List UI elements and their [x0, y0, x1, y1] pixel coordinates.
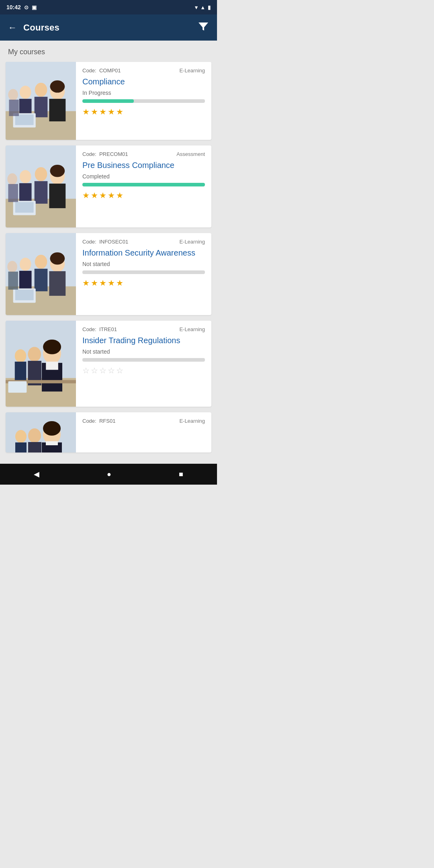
- svg-point-6: [50, 80, 65, 93]
- courses-list: Code: COMP01 E-Learning Compliance In Pr…: [0, 62, 217, 458]
- svg-point-33: [35, 255, 47, 269]
- star-2: ★: [91, 107, 98, 117]
- star-2: ★: [91, 278, 98, 288]
- star-4: ★: [108, 107, 115, 117]
- star-4: ★: [108, 190, 115, 200]
- nav-back-button[interactable]: ◀: [24, 466, 49, 483]
- svg-point-39: [7, 261, 17, 272]
- star-1: ★: [82, 107, 90, 117]
- course-code-pre-business: Code: PRECOM01: [82, 151, 128, 157]
- star-5: ★: [116, 107, 123, 117]
- svg-marker-0: [199, 23, 208, 31]
- course-info-insider-trading: Code: ITRE01 E-Learning Insider Trading …: [76, 321, 211, 407]
- battery-icon: ▮: [208, 4, 211, 10]
- star-2: ★: [91, 190, 98, 200]
- course-name-insider-trading: Insider Trading Regulations: [82, 336, 205, 345]
- course-card-compliance[interactable]: Code: COMP01 E-Learning Compliance In Pr…: [6, 62, 211, 140]
- svg-point-58: [28, 428, 41, 443]
- nav-home-button[interactable]: ●: [97, 466, 121, 483]
- star-3: ☆: [99, 366, 106, 375]
- svg-rect-21: [35, 181, 48, 204]
- course-type-compliance: E-Learning: [179, 68, 205, 74]
- svg-point-19: [50, 165, 65, 177]
- wifi-icon: ▾: [195, 4, 198, 10]
- course-card-pre-business[interactable]: Code: PRECOM01 Assessment Pre Business C…: [6, 145, 211, 227]
- svg-rect-40: [8, 272, 18, 290]
- star-1: ★: [82, 190, 90, 200]
- section-title: My courses: [0, 41, 217, 62]
- course-name-pre-business: Pre Business Compliance: [82, 160, 205, 170]
- svg-rect-8: [35, 97, 48, 117]
- header-left: ← Courses: [8, 23, 59, 33]
- course-card-infosec[interactable]: Code: INFOSEC01 E-Learning Information S…: [6, 233, 211, 315]
- progress-bar-insider-trading: [82, 358, 205, 362]
- course-code-rfs: Code: RFS01: [82, 418, 115, 424]
- status-time: 10:42: [6, 4, 21, 10]
- svg-rect-25: [15, 202, 34, 213]
- course-thumbnail-compliance: [6, 62, 76, 140]
- course-thumbnail-rfs: [6, 412, 76, 452]
- svg-point-49: [15, 349, 27, 362]
- course-card-rfs[interactable]: Code: RFS01 E-Learning: [6, 412, 211, 452]
- course-code-insider-trading: Code: ITRE01: [82, 326, 117, 332]
- page-title: Courses: [23, 23, 59, 33]
- progress-fill-pre-business: [82, 183, 205, 186]
- svg-point-35: [20, 258, 31, 271]
- svg-point-26: [7, 173, 17, 185]
- course-name-compliance: Compliance: [82, 77, 205, 86]
- back-button[interactable]: ←: [8, 23, 17, 33]
- stars-compliance: ★ ★ ★ ★ ★: [82, 107, 205, 117]
- star-5: ★: [116, 190, 123, 200]
- course-type-rfs: E-Learning: [179, 418, 205, 424]
- svg-point-56: [43, 421, 61, 436]
- course-info-infosec: Code: INFOSEC01 E-Learning Information S…: [76, 233, 211, 315]
- nav-recents-button[interactable]: ■: [169, 466, 193, 483]
- svg-point-9: [20, 86, 31, 99]
- course-info-pre-business: Code: PRECOM01 Assessment Pre Business C…: [76, 145, 211, 227]
- course-type-infosec: E-Learning: [179, 239, 205, 245]
- course-thumbnail-insider-trading: [6, 321, 76, 407]
- star-1: ★: [82, 278, 90, 288]
- star-3: ★: [99, 278, 106, 288]
- card-icon: ▣: [32, 4, 37, 10]
- stars-insider-trading: ☆ ☆ ☆ ☆ ☆: [82, 366, 205, 375]
- star-4: ★: [108, 278, 115, 288]
- svg-point-45: [43, 340, 61, 354]
- svg-rect-61: [15, 442, 27, 452]
- bottom-navigation: ◀ ● ■: [0, 464, 217, 485]
- progress-bar-infosec: [82, 270, 205, 274]
- stars-pre-business: ★ ★ ★ ★ ★: [82, 190, 205, 200]
- svg-rect-57: [46, 441, 58, 445]
- course-card-insider-trading[interactable]: Code: ITRE01 E-Learning Insider Trading …: [6, 321, 211, 407]
- course-meta-insider-trading: Code: ITRE01 E-Learning: [82, 326, 205, 332]
- course-meta-infosec: Code: INFOSEC01 E-Learning: [82, 239, 205, 245]
- star-5: ★: [116, 278, 123, 288]
- course-meta-compliance: Code: COMP01 E-Learning: [82, 68, 205, 74]
- progress-bar-pre-business: [82, 183, 205, 186]
- course-type-pre-business: Assessment: [176, 151, 205, 157]
- filter-button[interactable]: [198, 21, 209, 35]
- course-name-infosec: Information Security Awareness: [82, 248, 205, 258]
- svg-point-13: [8, 89, 18, 100]
- svg-rect-52: [8, 381, 27, 393]
- course-type-insider-trading: E-Learning: [179, 326, 205, 332]
- svg-point-60: [15, 430, 27, 443]
- course-status-compliance: In Progress: [82, 90, 205, 96]
- course-meta-rfs: Code: RFS01 E-Learning: [82, 418, 205, 424]
- svg-rect-46: [46, 362, 58, 370]
- svg-point-22: [20, 170, 31, 183]
- course-status-insider-trading: Not started: [82, 348, 205, 355]
- svg-rect-27: [8, 184, 18, 202]
- svg-point-7: [35, 83, 47, 97]
- svg-point-20: [35, 167, 47, 181]
- course-code-compliance: Code: COMP01: [82, 68, 121, 74]
- star-1: ☆: [82, 366, 90, 375]
- star-2: ☆: [91, 366, 98, 375]
- svg-rect-31: [49, 271, 66, 296]
- course-code-infosec: Code: INFOSEC01: [82, 239, 128, 245]
- svg-rect-38: [15, 290, 34, 301]
- svg-rect-5: [49, 99, 66, 121]
- star-3: ★: [99, 107, 106, 117]
- star-5: ☆: [116, 366, 123, 375]
- stars-infosec: ★ ★ ★ ★ ★: [82, 278, 205, 288]
